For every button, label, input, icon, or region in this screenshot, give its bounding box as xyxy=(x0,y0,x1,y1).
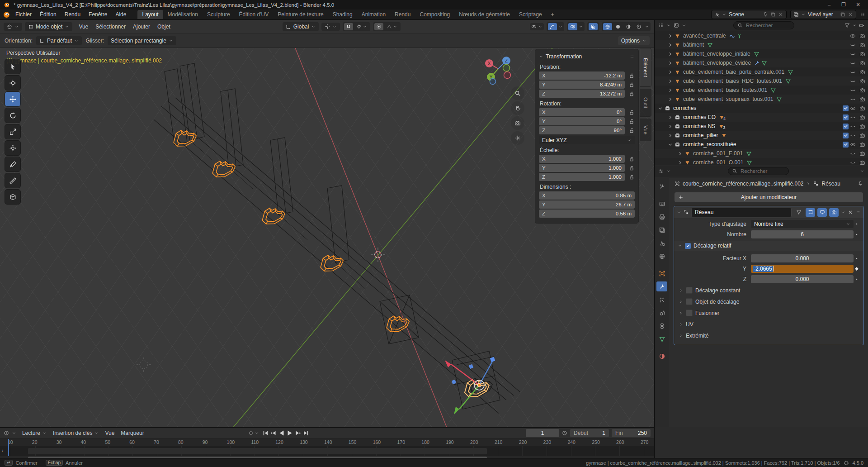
outliner-row[interactable]: corniche_reconstituée xyxy=(655,140,868,149)
outliner-row[interactable]: cube_évidement_baie_porte_centrale.001 xyxy=(655,67,868,76)
visibility-eye-icon[interactable] xyxy=(850,87,856,93)
lock-open-icon[interactable] xyxy=(628,156,635,162)
scale-field[interactable]: Y1.000 xyxy=(539,164,625,172)
collection-checkbox[interactable] xyxy=(843,114,849,120)
properties-tab[interactable] xyxy=(656,181,667,191)
summary-channel[interactable] xyxy=(28,448,487,454)
workspace-tab[interactable]: Édition d'UV xyxy=(235,10,274,19)
workspace-tab[interactable]: Nœuds de géométrie xyxy=(454,10,514,19)
chevron-down-icon[interactable] xyxy=(682,23,686,28)
collection-checkbox[interactable] xyxy=(843,124,849,129)
properties-tab[interactable] xyxy=(656,334,667,344)
workspace-tab[interactable]: Compositing xyxy=(415,10,454,19)
camera-view-button[interactable] xyxy=(511,116,524,130)
lock-open-icon[interactable] xyxy=(628,72,635,79)
outliner-row[interactable]: bâtiment xyxy=(655,40,868,49)
collection-checkbox[interactable] xyxy=(843,133,849,138)
expand-icon[interactable] xyxy=(667,33,673,39)
overlays-toggle[interactable] xyxy=(568,23,577,30)
collection-display-icon[interactable] xyxy=(674,23,679,28)
falloff-selector[interactable] xyxy=(385,23,399,30)
properties-tab[interactable] xyxy=(656,251,667,261)
animate-dot-icon[interactable] xyxy=(854,256,859,261)
visibility-dropdown[interactable] xyxy=(530,23,544,30)
expand-icon[interactable] xyxy=(677,151,683,157)
workspace-tab[interactable]: Animation xyxy=(357,10,390,19)
outliner-search[interactable] xyxy=(733,21,794,29)
orientation-selector[interactable]: Global xyxy=(283,22,319,31)
outliner-row[interactable]: corniches EO 4 xyxy=(655,113,868,122)
tool-button[interactable] xyxy=(5,108,21,123)
subpanel-header[interactable]: Objet de décalage xyxy=(674,296,863,307)
timeline-menu-item[interactable]: Vue xyxy=(102,429,118,437)
collection-checkbox[interactable] xyxy=(843,105,849,111)
grip-icon[interactable] xyxy=(855,210,861,215)
dimension-field[interactable]: X0.85 m xyxy=(539,191,635,200)
tool-button[interactable] xyxy=(5,157,21,172)
expand-icon[interactable] xyxy=(667,60,673,66)
rotation-field[interactable]: Y0° xyxy=(539,117,625,125)
delete-modifier-icon[interactable] xyxy=(848,210,853,215)
frame-start-field[interactable]: Début1 xyxy=(570,429,609,437)
timeline-channels[interactable]: › xyxy=(0,446,654,456)
count-field[interactable]: 6 xyxy=(751,230,854,238)
scale-field[interactable]: X1.000 xyxy=(539,155,625,163)
tool-orientation-selector[interactable]: Par défaut xyxy=(36,36,82,45)
expand-icon[interactable] xyxy=(667,87,673,93)
workspace-tab[interactable]: Sculpture xyxy=(203,10,235,19)
chevron-down-icon[interactable] xyxy=(255,431,259,435)
prev-keyframe-button[interactable] xyxy=(270,429,277,437)
minimize-button[interactable]: – xyxy=(823,2,835,8)
visibility-eye-icon[interactable] xyxy=(850,33,856,39)
render-visibility-icon[interactable] xyxy=(859,160,865,165)
new-collection-icon[interactable] xyxy=(859,23,864,28)
render-visibility-icon[interactable] xyxy=(859,96,865,102)
factor-z-field[interactable]: 0.000 xyxy=(751,275,854,283)
sidebar-tab-tool[interactable]: Outil xyxy=(640,89,651,117)
tool-button[interactable] xyxy=(5,124,21,139)
properties-tab[interactable] xyxy=(656,308,667,318)
chevron-down-icon[interactable] xyxy=(852,23,857,28)
add-workspace-button[interactable]: + xyxy=(547,10,558,19)
menu-item[interactable]: Édition xyxy=(36,10,61,19)
dimension-field[interactable]: Z0.56 m xyxy=(539,210,635,218)
lock-open-icon[interactable] xyxy=(628,91,635,97)
render-visibility-icon[interactable] xyxy=(859,78,865,84)
lock-open-icon[interactable] xyxy=(628,109,635,115)
options-button[interactable]: Options xyxy=(618,36,650,45)
workspace-tab[interactable]: Rendu xyxy=(390,10,415,19)
copy-icon[interactable] xyxy=(840,12,845,17)
lock-open-icon[interactable] xyxy=(628,165,635,171)
snap-toggle[interactable] xyxy=(344,23,353,30)
visibility-eye-icon[interactable] xyxy=(850,114,856,120)
breadcrumb-modifier[interactable]: Réseau xyxy=(821,181,840,187)
pivot-selector[interactable] xyxy=(321,23,340,31)
properties-tab[interactable] xyxy=(656,281,667,291)
keyframe-diamond-icon[interactable] xyxy=(854,266,859,272)
viewport-menu-item[interactable]: Ajouter xyxy=(129,22,154,31)
position-field[interactable]: Z13.272 m xyxy=(539,90,625,98)
outliner-row[interactable]: cube_évidement_baies_toutes.001 xyxy=(655,86,868,95)
pin-icon[interactable] xyxy=(858,181,863,186)
expand-icon[interactable] xyxy=(667,142,673,148)
menu-item[interactable]: Fenêtre xyxy=(85,10,111,19)
properties-tab[interactable] xyxy=(656,238,667,248)
channel-expand-icon[interactable]: › xyxy=(2,448,3,453)
remove-icon[interactable] xyxy=(848,12,853,17)
expand-icon[interactable] xyxy=(667,114,673,120)
lock-open-icon[interactable] xyxy=(628,81,635,88)
viewport-menu-item[interactable]: Objet xyxy=(154,22,174,31)
tool-button[interactable] xyxy=(5,91,21,107)
lock-open-icon[interactable] xyxy=(628,127,635,133)
visibility-eye-icon[interactable] xyxy=(850,51,856,57)
animate-dot-icon[interactable] xyxy=(854,276,859,282)
expand-icon[interactable] xyxy=(657,105,663,111)
show-realtime-toggle[interactable] xyxy=(817,208,827,217)
visibility-eye-icon[interactable] xyxy=(850,60,856,66)
scene-selector[interactable]: Scene xyxy=(711,10,787,19)
visibility-eye-icon[interactable] xyxy=(850,69,856,75)
perspective-toggle[interactable] xyxy=(511,131,524,145)
render-visibility-icon[interactable] xyxy=(859,87,865,93)
close-button[interactable]: ✕ xyxy=(852,2,864,8)
subpanel-checkbox[interactable] xyxy=(686,298,693,305)
